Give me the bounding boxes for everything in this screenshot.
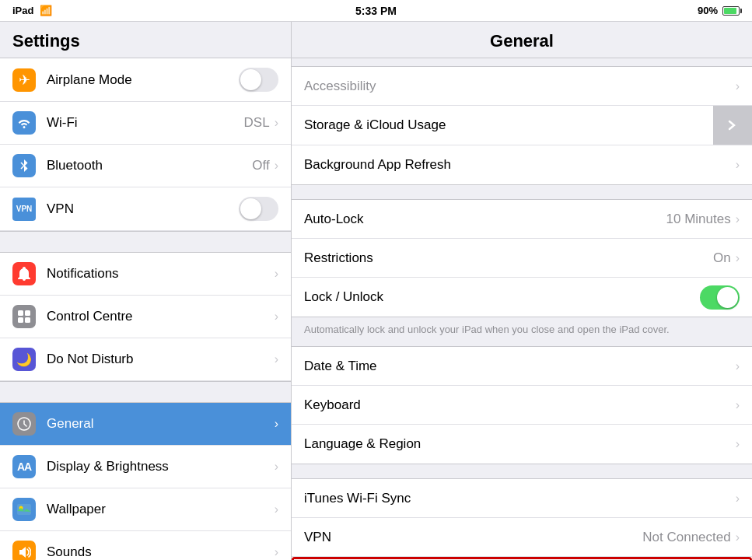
- accessibility-chevron: ›: [736, 79, 740, 93]
- sidebar-item-wallpaper[interactable]: Wallpaper ›: [0, 488, 291, 531]
- settings-group-lock: Auto-Lock 10 Minutes › Restrictions On ›…: [292, 199, 752, 317]
- sounds-icon: [12, 541, 36, 560]
- sidebar-item-do-not-disturb[interactable]: 🌙 Do Not Disturb ›: [0, 338, 291, 381]
- lock-unlock-row[interactable]: Lock / Unlock: [292, 278, 752, 317]
- control-centre-icon: [12, 305, 36, 328]
- vpn-right-value: Not Connected: [642, 530, 730, 545]
- do-not-disturb-chevron: ›: [275, 352, 278, 366]
- display-brightness-icon: AA: [12, 455, 36, 478]
- sidebar-item-notifications[interactable]: Notifications ›: [0, 253, 291, 296]
- sidebar-divider-2: [0, 381, 291, 403]
- status-bar-right: 90%: [698, 5, 740, 16]
- sidebar-item-general[interactable]: General ›: [0, 403, 291, 446]
- svg-rect-1: [25, 310, 30, 316]
- wifi-value: DSL: [244, 115, 270, 131]
- keyboard-row[interactable]: Keyboard ›: [292, 386, 752, 425]
- date-time-chevron: ›: [736, 359, 740, 373]
- ipad-label: iPad: [12, 5, 33, 16]
- lock-unlock-helper: Automatically lock and unlock your iPad …: [292, 317, 752, 346]
- control-centre-label: Control Centre: [47, 309, 275, 324]
- sidebar-divider-1: [0, 231, 291, 253]
- settings-group-top: Accessibility › Storage & iCloud Usage B…: [292, 66, 752, 185]
- auto-lock-chevron: ›: [736, 212, 740, 226]
- accessibility-row[interactable]: Accessibility ›: [292, 67, 752, 106]
- itunes-wifi-label: iTunes Wi-Fi Sync: [304, 491, 736, 506]
- language-region-label: Language & Region: [304, 436, 736, 452]
- background-refresh-label: Background App Refresh: [304, 157, 736, 173]
- bluetooth-chevron: ›: [275, 159, 278, 173]
- status-bar: iPad 📶 5:33 PM 90%: [0, 0, 752, 22]
- vpn-right-row[interactable]: VPN Not Connected ›: [292, 518, 752, 557]
- wallpaper-label: Wallpaper: [47, 502, 275, 517]
- status-bar-left: iPad 📶: [12, 5, 52, 16]
- storage-icon-right: [713, 106, 752, 145]
- sounds-chevron: ›: [275, 545, 278, 559]
- sounds-label: Sounds: [47, 544, 275, 560]
- wifi-label: Wi-Fi: [47, 115, 244, 131]
- sidebar-item-bluetooth[interactable]: Bluetooth Off ›: [0, 145, 291, 187]
- date-time-label: Date & Time: [304, 359, 736, 374]
- airplane-toggle[interactable]: [239, 68, 278, 92]
- background-refresh-chevron: ›: [736, 158, 740, 172]
- wifi-indicator: 📶: [40, 5, 52, 16]
- display-brightness-label: Display & Brightness: [47, 459, 275, 474]
- auto-lock-value: 10 Minutes: [666, 212, 731, 227]
- date-time-row[interactable]: Date & Time ›: [292, 347, 752, 386]
- airplane-label: Airplane Mode: [47, 72, 239, 88]
- sidebar-item-airplane-mode[interactable]: ✈ Airplane Mode: [0, 58, 291, 102]
- lock-unlock-toggle-thumb: [717, 287, 738, 308]
- restrictions-chevron: ›: [736, 251, 740, 265]
- bluetooth-icon: [12, 154, 36, 177]
- right-panel-title: General: [292, 22, 752, 58]
- wifi-chevron: ›: [275, 116, 278, 130]
- itunes-wifi-row[interactable]: iTunes Wi-Fi Sync ›: [292, 479, 752, 518]
- accessibility-label: Accessibility: [304, 79, 736, 94]
- sidebar: Settings ✈ Airplane Mode Wi-Fi DSL ›: [0, 22, 292, 560]
- general-icon: [12, 412, 36, 436]
- svg-rect-3: [25, 317, 30, 323]
- storage-row[interactable]: Storage & iCloud Usage: [292, 106, 752, 145]
- battery-icon: [722, 6, 740, 16]
- wallpaper-chevron: ›: [275, 502, 278, 516]
- storage-label: Storage & iCloud Usage: [304, 117, 701, 133]
- restrictions-row[interactable]: Restrictions On ›: [292, 239, 752, 278]
- itunes-wifi-chevron: ›: [736, 492, 740, 506]
- airplane-icon: ✈: [12, 68, 36, 92]
- keyboard-label: Keyboard: [304, 397, 736, 413]
- sidebar-item-vpn[interactable]: VPN VPN: [0, 187, 291, 231]
- bluetooth-label: Bluetooth: [47, 158, 252, 173]
- settings-group-sync: iTunes Wi-Fi Sync › VPN Not Connected › …: [292, 478, 752, 560]
- notifications-icon: [12, 262, 36, 285]
- lock-unlock-label: Lock / Unlock: [304, 289, 700, 305]
- do-not-disturb-label: Do Not Disturb: [47, 352, 275, 367]
- status-bar-time: 5:33 PM: [355, 5, 397, 17]
- auto-lock-row[interactable]: Auto-Lock 10 Minutes ›: [292, 200, 752, 239]
- auto-lock-label: Auto-Lock: [304, 212, 666, 227]
- language-region-chevron: ›: [736, 437, 740, 451]
- sidebar-item-wifi[interactable]: Wi-Fi DSL ›: [0, 102, 291, 145]
- vpn-right-label: VPN: [304, 530, 642, 545]
- notifications-chevron: ›: [275, 267, 278, 281]
- sidebar-item-sounds[interactable]: Sounds ›: [0, 531, 291, 560]
- profiles-highlighted-border: Profiles & Device Management 4 ›: [292, 557, 752, 560]
- battery-percentage: 90%: [698, 5, 718, 16]
- wallpaper-icon: [12, 498, 36, 521]
- vpn-toggle[interactable]: [239, 197, 278, 221]
- lock-unlock-toggle[interactable]: [700, 285, 740, 310]
- control-centre-chevron: ›: [275, 310, 278, 324]
- bluetooth-value: Off: [252, 158, 269, 173]
- settings-group-date: Date & Time › Keyboard › Language & Regi…: [292, 346, 752, 464]
- language-region-row[interactable]: Language & Region ›: [292, 425, 752, 464]
- restrictions-value: On: [713, 250, 731, 266]
- storage-row-content: Storage & iCloud Usage: [292, 117, 713, 133]
- svg-rect-2: [18, 317, 23, 323]
- vpn-right-chevron: ›: [736, 530, 740, 544]
- restrictions-label: Restrictions: [304, 250, 713, 266]
- vpn-icon: VPN: [12, 198, 36, 221]
- wifi-icon: [12, 111, 36, 135]
- sidebar-item-display-brightness[interactable]: AA Display & Brightness ›: [0, 446, 291, 488]
- sidebar-item-control-centre[interactable]: Control Centre ›: [0, 296, 291, 338]
- background-refresh-row[interactable]: Background App Refresh ›: [292, 145, 752, 184]
- svg-rect-0: [18, 310, 23, 316]
- general-label: General: [47, 416, 275, 432]
